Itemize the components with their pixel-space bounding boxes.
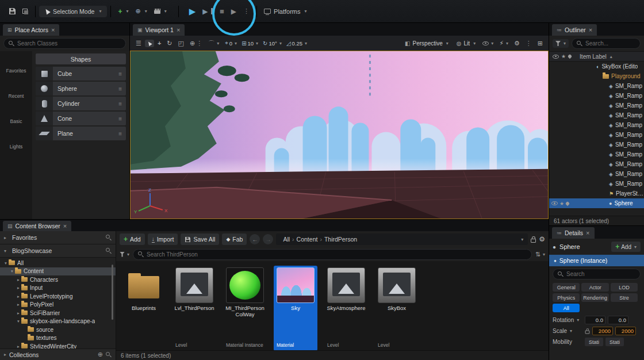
category-item[interactable]: Favorites (0, 56, 32, 75)
asset-card[interactable]: MI_ThirdPersonColWay Material Instance (223, 266, 267, 350)
folder-tree-row[interactable]: ▾ Content (0, 267, 116, 276)
add-component-button[interactable]: + Add ▾ (611, 242, 641, 252)
outliner-row[interactable]: ★ SM_Ramp (549, 101, 644, 110)
scale-lock-icon[interactable] (585, 331, 590, 334)
expander-icon[interactable]: ▾ (9, 269, 15, 274)
folder-tree-row[interactable]: textures (0, 334, 116, 343)
details-search-input[interactable] (566, 271, 635, 277)
viewport-settings-button[interactable]: ⚙ (512, 39, 522, 48)
chevron-down-icon[interactable]: ▾ (521, 237, 523, 242)
category-chip[interactable]: LOD (611, 283, 638, 292)
move-tool-button[interactable]: + (155, 39, 163, 48)
collection-section[interactable]: ▾ BlogShowcase (0, 244, 116, 258)
show-flags-button[interactable]: ▾ (480, 40, 496, 47)
category-item[interactable]: Basic (0, 106, 32, 126)
drag-handle-icon[interactable]: ≡ (118, 86, 122, 92)
perspective-dropdown[interactable]: ◧Perspective▾ (401, 39, 452, 48)
expander-icon[interactable]: ▸ (16, 294, 21, 299)
save-all-button[interactable]: Save All (181, 233, 219, 245)
outliner-row[interactable]: ★ SM_Ramp (549, 120, 644, 130)
sort-ascending-icon[interactable]: ▴ (610, 54, 612, 59)
content-drawer-button[interactable] (19, 6, 32, 17)
world-space-button[interactable]: ⊕⋮ (187, 39, 205, 48)
platforms-dropdown[interactable]: Platforms ▾ (260, 6, 310, 17)
scale-tool-button[interactable]: ◰ (176, 39, 186, 48)
viewport-menu-button[interactable]: ☰ (133, 39, 144, 48)
outliner-row[interactable]: ★ SM_Ramp (549, 110, 644, 120)
collections-section[interactable]: ▸ Collections ⊕ (0, 348, 116, 360)
shape-row[interactable]: Cylinder ≡ (36, 97, 126, 110)
expander-icon[interactable]: ▾ (3, 261, 9, 266)
outliner-row[interactable]: ★ SM_Ramp (549, 150, 644, 159)
selection-mode-dropdown[interactable]: Selection Mode ▾ (39, 6, 107, 17)
drag-handle-icon[interactable]: ≡ (118, 116, 122, 122)
asset-card[interactable]: SkyBox Level (375, 266, 419, 350)
expander-icon[interactable]: ▸ (16, 344, 21, 348)
search-assets-input[interactable] (147, 251, 527, 258)
eye-icon[interactable] (551, 201, 558, 205)
scale-y-field[interactable]: 2000 (615, 327, 636, 335)
launch-button[interactable]: ▶ (228, 5, 240, 18)
outliner-row[interactable]: ★ SM_Ramp (549, 91, 644, 101)
play-button[interactable]: ▶ (186, 4, 200, 19)
maximize-viewport-button[interactable]: ⊞ (535, 39, 545, 48)
pin-icon[interactable] (568, 54, 572, 59)
category-chip[interactable]: Stre (611, 293, 638, 302)
outliner-filter-button[interactable]: ▾ (553, 39, 569, 48)
snap-control[interactable]: 10° ▾ (260, 39, 284, 48)
drag-handle-icon[interactable]: ≡ (118, 131, 122, 137)
category-chip[interactable]: General (553, 283, 580, 292)
lock-icon[interactable] (531, 239, 536, 243)
add-collection-icon[interactable]: ⊕ (98, 351, 103, 358)
asset-card[interactable]: Lvl_ThirdPerson Level (172, 266, 216, 350)
folder-tree-row[interactable]: ▸ PolyPixel (0, 301, 116, 309)
outliner-row[interactable]: ★ SM_Ramp (549, 179, 644, 189)
breadcrumb[interactable]: All › Content (276, 233, 528, 245)
expander-icon[interactable]: ▸ (16, 277, 21, 282)
tab-place-actors[interactable]: ⊞ Place Actors × (3, 24, 59, 36)
expander-icon[interactable]: ▸ (16, 311, 21, 316)
breadcrumb-item[interactable]: ThirdPerson (324, 236, 357, 243)
folder-tree-row[interactable]: ▸ LevelPrototyping (0, 292, 116, 301)
play-options-button[interactable]: ⋮ (240, 5, 253, 17)
expander-icon[interactable]: ▸ (16, 285, 21, 290)
folder-tree-row[interactable]: ▸ Input (0, 284, 116, 293)
stop-button[interactable]: ■ (216, 5, 228, 18)
category-item[interactable]: Lights (0, 132, 32, 151)
snap-control[interactable]: 0.25 ▾ (284, 39, 309, 48)
gear-icon[interactable]: ⚙ (539, 235, 545, 243)
close-icon[interactable]: × (589, 27, 592, 33)
folder-tree-row[interactable]: ▾ All (0, 259, 116, 267)
search-icon[interactable] (106, 352, 112, 358)
outliner-row[interactable]: ★ SM_Ramp (549, 169, 644, 179)
rotation-x-field[interactable]: 0.0 (585, 316, 605, 324)
asset-card[interactable]: Sky Material (274, 266, 317, 350)
breadcrumb-item[interactable]: All (283, 236, 290, 243)
folder-tree-row[interactable]: ▸ Characters (0, 275, 116, 284)
mobility-static-button[interactable]: Stati (585, 338, 603, 346)
outliner-row[interactable]: ★ PlayerStart (549, 189, 644, 198)
shape-row[interactable]: Cube ≡ (36, 67, 126, 81)
outliner-row[interactable]: ★ SM_Ramp (549, 130, 644, 140)
close-icon[interactable]: × (63, 223, 67, 229)
row-visibility-controls[interactable]: ★ (549, 201, 571, 206)
shape-row[interactable]: Cone ≡ (36, 112, 126, 125)
drag-handle-icon[interactable]: ≡ (118, 71, 122, 77)
close-icon[interactable]: × (177, 27, 180, 33)
folder-tree-row[interactable]: ▾ skybox-alien-landscape-a (0, 317, 116, 326)
rotate-tool-button[interactable]: ↻ (164, 39, 174, 48)
viewport-3d-scene[interactable]: Z Y X (130, 51, 549, 219)
tree-scrollbar[interactable] (112, 265, 113, 320)
folder-tree-row[interactable]: ▸ StylizedWinterCity (0, 342, 116, 348)
import-button[interactable]: ↓Import (148, 233, 178, 245)
blueprints-button[interactable]: ⊕ ▾ (132, 5, 150, 17)
favorites-section[interactable]: ▸ Favorites (0, 231, 116, 244)
tab-content-browser[interactable]: ▤ Content Browser × (3, 221, 71, 231)
breadcrumb-item[interactable]: Content (297, 236, 318, 243)
asset-card[interactable]: SkyAtmosphere Level (324, 266, 368, 350)
cinematics-button[interactable]: ▾ (151, 6, 170, 16)
tab-details[interactable]: ≔ Details × (552, 227, 595, 239)
component-row-sphere-instance[interactable]: ● Sphere (Instance) (549, 255, 644, 266)
details-search[interactable] (553, 269, 641, 279)
rotation-y-field[interactable]: 0.0 (608, 316, 628, 324)
